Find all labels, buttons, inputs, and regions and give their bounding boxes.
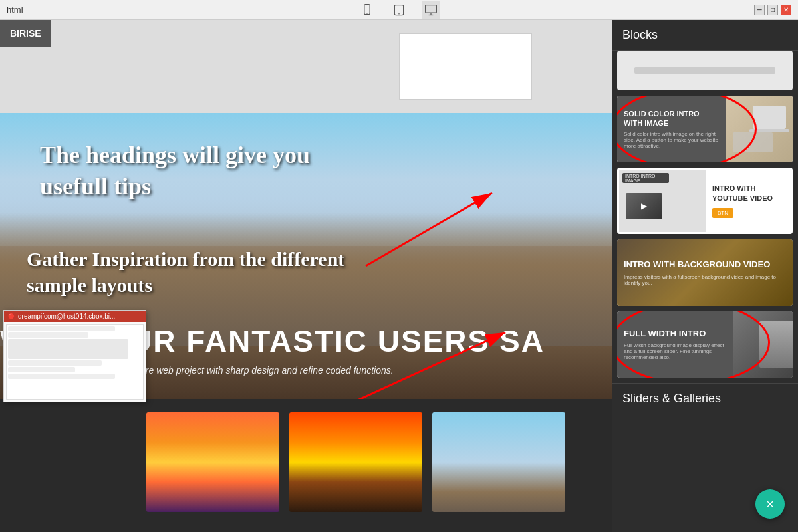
mini-nav: INTRO INTROIMAGE [622, 173, 669, 183]
notebook-icon [733, 132, 773, 152]
block-bg-video-desc: Impress visitors with a fullscreen backg… [624, 274, 786, 286]
blocks-header: Blocks [612, 20, 798, 51]
chat-body [4, 322, 146, 402]
hero-text-1: The headings will give you usefull tips [40, 140, 372, 202]
block-youtube-inner: INTRO INTROIMAGE INTRO WITH YOUTUBE VIDE… [617, 168, 793, 234]
block-solid-color-intro[interactable]: SOLID COLOR INTRO WITH IMAGE Solid color… [617, 96, 793, 162]
chat-body-inner [6, 324, 144, 400]
sliders-galleries-header: Sliders & Galleries [612, 383, 798, 414]
preview-logo: BIRISE [0, 20, 51, 47]
block-full-left: FULL WIDTH INTRO Full width background i… [617, 311, 733, 378]
block-full-image [733, 311, 793, 378]
close-button[interactable]: ✕ [781, 5, 791, 15]
laptop-icon [753, 106, 786, 129]
chat-popup: 🔴 dreampifcom@host014.cbox.bi... [3, 310, 146, 402]
maximize-button[interactable]: □ [767, 5, 778, 15]
title-bar: html ─ □ ✕ [0, 0, 798, 20]
block-solid-color-inner: SOLID COLOR INTRO WITH IMAGE Solid color… [617, 96, 793, 162]
block-full-desc: Full width background image display effe… [624, 342, 726, 360]
block-bg-video-intro[interactable]: INTRO WITH BACKGROUND VIDEO Impress visi… [617, 239, 793, 306]
preview-white-box [399, 33, 532, 100]
close-fab-button[interactable]: × [755, 489, 785, 519]
desktop-view-button[interactable] [422, 1, 440, 19]
preview-area: BIRISE design world." The headings will … [0, 20, 612, 532]
block-solid-title: SOLID COLOR INTRO WITH IMAGE [624, 109, 720, 128]
main-layout: BIRISE design world." The headings will … [0, 20, 798, 532]
thumb-sunset-2 [289, 412, 422, 512]
chat-header: 🔴 dreampifcom@host014.cbox.bi... [4, 311, 146, 322]
chat-row [8, 360, 102, 366]
window-controls: ─ □ ✕ [754, 5, 791, 15]
chat-row [8, 374, 115, 379]
chat-email: dreampifcom@host014.cbox.bi... [18, 313, 115, 320]
block-full-width-inner: FULL WIDTH INTRO Full width background i… [617, 311, 793, 378]
block-youtube-intro[interactable]: INTRO INTROIMAGE INTRO WITH YOUTUBE VIDE… [617, 168, 793, 234]
block-youtube-right: INTRO WITH YOUTUBE VIDEO BTN [706, 170, 791, 232]
tablet-view-button[interactable] [390, 1, 408, 19]
preview-lower [0, 399, 612, 532]
block-youtube-left: INTRO INTROIMAGE [619, 170, 706, 232]
filename-label: html [7, 5, 23, 15]
block-full-right [733, 311, 793, 378]
preview-thumbnail-2 [289, 412, 422, 512]
thumb-sky [432, 412, 565, 512]
block-youtube-btn[interactable]: BTN [712, 208, 733, 218]
block-solid-right [726, 96, 793, 162]
chat-row [8, 326, 115, 331]
chat-row [8, 332, 88, 338]
block-top-partial[interactable] [617, 51, 793, 90]
svg-point-3 [398, 13, 400, 15]
hero-text-2: Gather Inspiration from the different sa… [27, 246, 359, 298]
block-solid-left: SOLID COLOR INTRO WITH IMAGE Solid color… [617, 96, 726, 162]
block-bg-video-overlay: INTRO WITH BACKGROUND VIDEO Impress visi… [617, 239, 793, 306]
thumb-sunset [146, 412, 279, 512]
block-top-partial-content [617, 51, 793, 90]
block-solid-desc: Solid color intro with image on the righ… [624, 131, 720, 149]
svg-point-1 [366, 13, 368, 14]
svg-rect-4 [426, 5, 437, 13]
block-bg-video-inner: INTRO WITH BACKGROUND VIDEO Impress visi… [617, 239, 793, 306]
block-youtube-title: INTRO WITH YOUTUBE VIDEO [712, 184, 784, 203]
block-full-title: FULL WIDTH INTRO [624, 329, 726, 340]
device-switcher [358, 1, 440, 19]
preview-thumbnail-3 [432, 412, 565, 512]
chat-row [8, 367, 75, 372]
preview-top-strip: BIRISE design world." [0, 20, 612, 113]
blocks-panel: Blocks SOLID COLOR INTRO WITH IMAGE Soli… [612, 20, 798, 532]
person-silhouette [759, 321, 793, 368]
minimize-button[interactable]: ─ [754, 5, 765, 15]
block-youtube-preview: INTRO INTROIMAGE [619, 170, 706, 232]
chat-row [8, 339, 128, 359]
preview-thumbnail-1 [146, 412, 279, 512]
mobile-view-button[interactable] [358, 1, 376, 19]
youtube-mini-preview [626, 193, 662, 219]
block-bg-video-title: INTRO WITH BACKGROUND VIDEO [624, 259, 786, 271]
block-full-width-intro[interactable]: FULL WIDTH INTRO Full width background i… [617, 311, 793, 378]
